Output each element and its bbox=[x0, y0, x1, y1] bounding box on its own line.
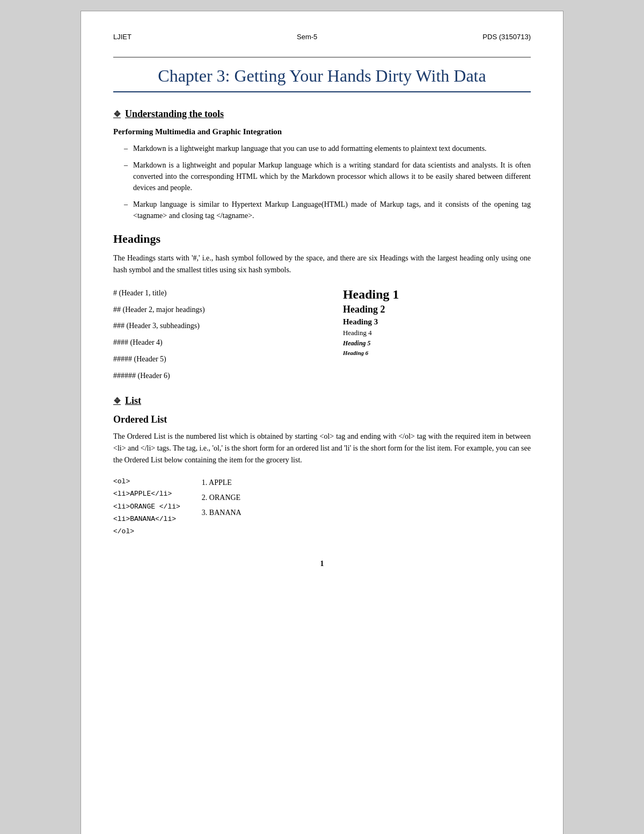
header-right: PDS (3150713) bbox=[482, 33, 531, 41]
heading-demo-2: Heading 2 bbox=[343, 304, 531, 315]
list-section: ❖ List Ordered List The Ordered List is … bbox=[113, 395, 531, 538]
result-item-1: 1. APPLE bbox=[202, 475, 241, 490]
heading-demo-6: Heading 6 bbox=[343, 350, 531, 356]
list-section-heading: ❖ List bbox=[113, 395, 531, 407]
result-item-3: 3. BANANA bbox=[202, 505, 241, 520]
code-line-5: </ol> bbox=[113, 525, 180, 538]
heading-demo-5: Heading 5 bbox=[343, 339, 531, 347]
bullet-item-3: Markup language is similar to Hypertext … bbox=[124, 199, 531, 221]
headings-table: # (Header 1, title) ## (Header 2, major … bbox=[113, 285, 531, 385]
headings-demo-column: Heading 1 Heading 2 Heading 3 Heading 4 … bbox=[343, 285, 531, 385]
ordered-list-title: Ordered List bbox=[113, 414, 531, 425]
heading-code-2: ## (Header 2, major headings) bbox=[113, 302, 343, 318]
heading-code-1: # (Header 1, title) bbox=[113, 285, 343, 302]
bullet-item-2: Markdown is a lightweight and popular Ma… bbox=[124, 159, 531, 193]
heading-demo-4: Heading 4 bbox=[343, 329, 531, 337]
chapter-title: Chapter 3: Getting Your Hands Dirty With… bbox=[113, 66, 531, 92]
heading-code-4: #### (Header 4) bbox=[113, 335, 343, 351]
heading-code-6: ###### (Header 6) bbox=[113, 368, 343, 385]
list-section-heading-text: List bbox=[125, 395, 141, 407]
heading-code-5: ##### (Header 5) bbox=[113, 351, 343, 368]
result-item-2: 2. ORANGE bbox=[202, 490, 241, 505]
section-understanding-tools: ❖ Understanding the tools Performing Mul… bbox=[113, 108, 531, 221]
heading-demo-3: Heading 3 bbox=[343, 317, 531, 327]
page-number: 1 bbox=[113, 560, 531, 568]
code-line-1: <ol> bbox=[113, 475, 180, 488]
section-1-subheading: Performing Multimedia and Graphic Integr… bbox=[113, 127, 531, 136]
section-1-heading: ❖ Understanding the tools bbox=[113, 108, 531, 120]
diamond-icon: ❖ bbox=[113, 109, 121, 119]
heading-code-3: ### (Header 3, subheadings) bbox=[113, 318, 343, 335]
code-line-4: <li>BANANA</li> bbox=[113, 513, 180, 525]
code-line-3: <li>ORANGE </li> bbox=[113, 501, 180, 513]
header-center: Sem-5 bbox=[297, 33, 317, 41]
headings-section: Headings The Headings starts with '#,' i… bbox=[113, 232, 531, 385]
headings-description: The Headings starts with '#,' i.e., hash… bbox=[113, 252, 531, 277]
code-line-2: <li>APPLE</li> bbox=[113, 488, 180, 500]
bullet-item-1: Markdown is a lightweight markup languag… bbox=[124, 143, 531, 154]
diamond-icon-2: ❖ bbox=[113, 396, 121, 406]
section-1-heading-text: Understanding the tools bbox=[125, 108, 224, 120]
headings-section-title: Headings bbox=[113, 232, 531, 246]
header-left: LJIET bbox=[113, 33, 131, 41]
page: LJIET Sem-5 PDS (3150713) Chapter 3: Get… bbox=[80, 11, 564, 834]
headings-code-column: # (Header 1, title) ## (Header 2, major … bbox=[113, 285, 343, 385]
ordered-list-example: <ol> <li>APPLE</li> <li>ORANGE </li> <li… bbox=[113, 475, 531, 538]
ordered-list-result: 1. APPLE 2. ORANGE 3. BANANA bbox=[202, 475, 241, 538]
bullet-list: Markdown is a lightweight markup languag… bbox=[124, 143, 531, 221]
header-divider bbox=[113, 57, 531, 57]
header-bar: LJIET Sem-5 PDS (3150713) bbox=[113, 33, 531, 41]
heading-demo-1: Heading 1 bbox=[343, 287, 531, 302]
ordered-list-code: <ol> <li>APPLE</li> <li>ORANGE </li> <li… bbox=[113, 475, 180, 538]
ordered-list-description: The Ordered List is the numbered list wh… bbox=[113, 431, 531, 467]
